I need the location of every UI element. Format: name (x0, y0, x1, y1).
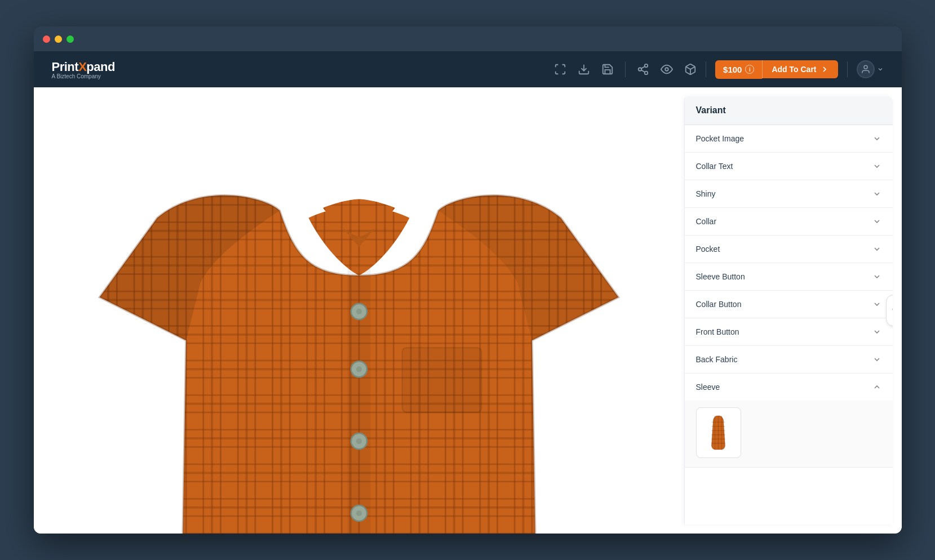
variant-panel-title: Variant (696, 105, 726, 115)
close-dot[interactable] (43, 35, 50, 43)
svg-line-4 (641, 70, 645, 72)
browser-content: PrintXpand A Biztech Company (34, 51, 902, 534)
cube-icon[interactable] (684, 63, 697, 75)
chevron-down-icon (872, 134, 881, 143)
logo-pand: pand (86, 60, 115, 74)
sleeve-expanded-content (685, 401, 893, 467)
variant-item-collar-text[interactable]: Collar Text (685, 153, 893, 180)
panel-scroll-handle[interactable] (886, 295, 893, 326)
variant-label-collar-button: Collar Button (696, 300, 742, 309)
fullscreen-icon[interactable] (554, 63, 566, 75)
save-icon[interactable] (601, 63, 614, 75)
svg-point-2 (639, 68, 642, 71)
svg-line-5 (641, 66, 645, 69)
variant-item-collar-text-header[interactable]: Collar Text (685, 153, 893, 180)
variant-item-collar[interactable]: Collar (685, 208, 893, 235)
shirt-image (56, 110, 662, 534)
svg-point-6 (665, 68, 668, 71)
minimize-dot[interactable] (55, 35, 62, 43)
chevron-down-icon-3 (872, 189, 881, 198)
svg-rect-17 (347, 254, 370, 534)
variant-label-front-button: Front Button (696, 327, 739, 336)
price-info-icon: i (745, 65, 754, 74)
svg-point-1 (645, 64, 648, 68)
toolbar-divider-2 (706, 61, 706, 77)
svg-point-23 (356, 438, 361, 444)
variant-panel-header: Variant (685, 96, 893, 125)
chevron-down-icon-2 (872, 162, 881, 171)
add-to-cart-label: Add To Cart (772, 65, 816, 74)
svg-point-25 (356, 510, 361, 516)
logo-subtitle: A Biztech Company (52, 73, 115, 79)
variant-item-back-fabric[interactable]: Back Fabric (685, 346, 893, 374)
variant-item-sleeve-button[interactable]: Sleeve Button (685, 263, 893, 291)
product-viewer (34, 87, 684, 534)
variant-item-collar-header[interactable]: Collar (685, 208, 893, 235)
variant-item-front-button-header[interactable]: Front Button (685, 318, 893, 345)
variant-item-shiny-header[interactable]: Shiny (685, 180, 893, 207)
variant-list: Pocket Image Collar Text (685, 125, 893, 525)
variant-label-collar-text: Collar Text (696, 162, 733, 171)
variant-label-collar: Collar (696, 217, 717, 226)
browser-titlebar (34, 26, 902, 51)
svg-point-56 (892, 308, 893, 310)
toolbar-divider-3 (847, 61, 848, 77)
chevron-down-icon-5 (872, 245, 881, 254)
chevron-down-icon-4 (872, 217, 881, 226)
price-button[interactable]: $100 i (715, 60, 762, 79)
cart-section: $100 i Add To Cart (715, 60, 837, 79)
logo-text: PrintXpand (52, 60, 115, 74)
sleeve-option-1[interactable] (696, 407, 741, 458)
chevron-down-icon-8 (872, 327, 881, 336)
add-to-cart-button[interactable]: Add To Cart (762, 60, 837, 78)
variant-item-sleeve-button-header[interactable]: Sleeve Button (685, 263, 893, 290)
variant-item-sleeve[interactable]: Sleeve (685, 374, 893, 468)
variant-item-back-fabric-header[interactable]: Back Fabric (685, 346, 893, 373)
svg-point-3 (645, 72, 648, 75)
price-label: $100 (723, 65, 742, 74)
variant-label-sleeve-button: Sleeve Button (696, 272, 745, 281)
header-toolbar: $100 i Add To Cart (554, 60, 883, 79)
app-header: PrintXpand A Biztech Company (34, 51, 902, 87)
app-container: PrintXpand A Biztech Company (34, 51, 902, 534)
variant-label-back-fabric: Back Fabric (696, 355, 738, 364)
variant-item-shiny[interactable]: Shiny (685, 180, 893, 208)
variant-label-shiny: Shiny (696, 189, 716, 198)
logo-x: X (78, 60, 86, 74)
svg-point-21 (356, 366, 361, 372)
browser-window: PrintXpand A Biztech Company (34, 26, 902, 534)
variant-item-pocket-image-header[interactable]: Pocket Image (685, 125, 893, 152)
variant-label-pocket-image: Pocket Image (696, 134, 745, 143)
variant-item-pocket-header[interactable]: Pocket (685, 235, 893, 263)
toolbar-divider (625, 61, 626, 77)
logo-print: Print (52, 60, 79, 74)
toolbar-icons (554, 61, 697, 77)
maximize-dot[interactable] (67, 35, 74, 43)
logo-area: PrintXpand A Biztech Company (52, 60, 115, 79)
variant-item-sleeve-header[interactable]: Sleeve (685, 374, 893, 401)
variant-panel: Variant Pocket Image (684, 96, 893, 525)
variant-item-pocket-image[interactable]: Pocket Image (685, 125, 893, 153)
variant-item-collar-button-header[interactable]: Collar Button (685, 291, 893, 318)
svg-point-8 (864, 65, 867, 69)
chevron-down-icon-6 (872, 272, 881, 281)
share-icon[interactable] (637, 63, 649, 75)
user-avatar (857, 60, 875, 78)
chevron-down-icon-7 (872, 300, 881, 309)
variant-label-pocket: Pocket (696, 245, 720, 254)
svg-point-19 (356, 309, 361, 314)
chevron-down-icon-9 (872, 355, 881, 364)
variant-label-sleeve: Sleeve (696, 383, 720, 392)
chevron-up-icon (872, 383, 881, 392)
variant-item-collar-button[interactable]: Collar Button (685, 291, 893, 318)
variant-item-pocket[interactable]: Pocket (685, 235, 893, 263)
view-icon[interactable] (661, 63, 673, 75)
scroll-handle-icon (890, 305, 893, 316)
product-image-area (56, 110, 662, 534)
svg-rect-34 (402, 348, 481, 412)
user-button[interactable] (857, 60, 884, 78)
download-icon[interactable] (578, 63, 590, 75)
user-chevron-icon (877, 66, 884, 73)
main-content: Variant Pocket Image (34, 87, 902, 534)
variant-item-front-button[interactable]: Front Button (685, 318, 893, 346)
